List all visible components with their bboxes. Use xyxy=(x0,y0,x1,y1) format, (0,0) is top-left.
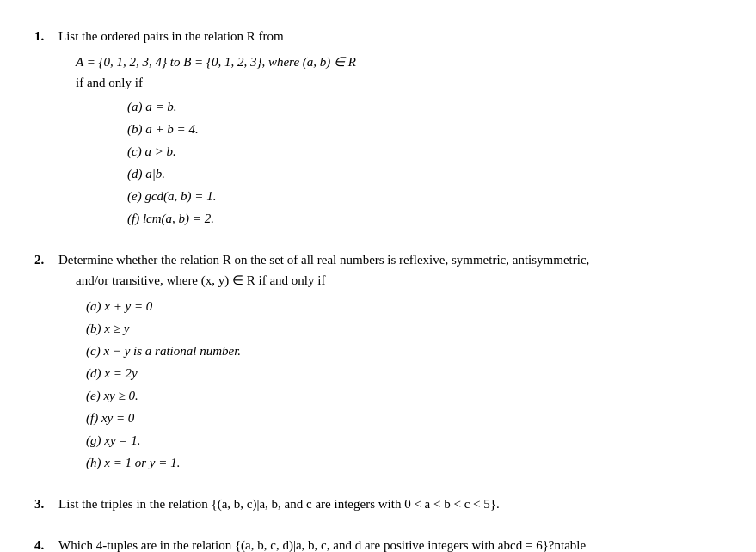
problem-3-number: 3. xyxy=(34,494,52,514)
problem-2-sub-a-math: (a) x + y = 0 xyxy=(86,299,152,313)
problem-2-text: Determine whether the relation R on the … xyxy=(58,249,722,291)
problem-1-sub-e: (e) gcd(a, b) = 1. xyxy=(127,186,722,206)
problem-2-sub-e: (e) xy ≥ 0. xyxy=(86,385,722,406)
problem-1-text: List the ordered pairs in the relation R… xyxy=(58,26,722,46)
problem-1-header: 1. List the ordered pairs in the relatio… xyxy=(34,26,722,46)
problem-2-line1: Determine whether the relation R on the … xyxy=(58,249,722,270)
problem-2-sub-b-math: (b) x ≥ y xyxy=(86,322,129,335)
problem-1-set-def: A = {0, 1, 2, 3, 4} to B = {0, 1, 2, 3},… xyxy=(76,52,722,72)
problem-3-text: List the triples in the relation {(a, b,… xyxy=(58,494,722,514)
problem-1-number: 1. xyxy=(34,26,52,46)
problem-2-sub-g-math: (g) xy = 1. xyxy=(86,433,140,447)
problem-2-number: 2. xyxy=(34,249,52,270)
problem-4-text: Which 4-tuples are in the relation {(a, … xyxy=(58,535,722,552)
problem-2-sub-f: (f) xy = 0 xyxy=(86,408,722,428)
problem-2-line2: and/or transitive, where (x, y) ∈ R if a… xyxy=(76,270,722,291)
problem-4: 4. Which 4-tuples are in the relation {(… xyxy=(34,535,722,552)
problem-1-line1: List the ordered pairs in the relation R… xyxy=(58,29,284,43)
problem-4-number: 4. xyxy=(34,535,52,552)
problem-1-sub-d: (d) a|b. xyxy=(127,163,722,184)
problem-1-sub-a: (a) a = b. xyxy=(127,96,722,117)
problem-1-sub-f: (f) lcm(a, b) = 2. xyxy=(127,208,722,229)
problem-1-line2: A = {0, 1, 2, 3, 4} to B = {0, 1, 2, 3},… xyxy=(76,55,356,69)
problem-2-sub-b: (b) x ≥ y xyxy=(86,318,722,339)
problem-2: 2. Determine whether the relation R on t… xyxy=(34,249,722,473)
problem-1-set-math: A = {0, 1, 2, 3, 4} to B = {0, 1, 2, 3},… xyxy=(76,55,356,69)
problem-1-indent: A = {0, 1, 2, 3, 4} to B = {0, 1, 2, 3},… xyxy=(76,52,722,229)
problem-3-statement: List the triples in the relation {(a, b,… xyxy=(58,497,500,511)
problem-1: 1. List the ordered pairs in the relatio… xyxy=(34,26,722,229)
problem-4-header: 4. Which 4-tuples are in the relation {(… xyxy=(34,535,722,552)
problem-1-sub-e-math: (e) gcd(a, b) = 1. xyxy=(127,189,216,203)
problem-1-sub-items: (a) a = b. (b) a + b = 4. (c) a > b. (d)… xyxy=(127,96,722,229)
problem-4-statement: Which 4-tuples are in the relation {(a, … xyxy=(58,538,586,552)
problem-2-sub-d: (d) x = 2y xyxy=(86,363,722,383)
problem-2-sub-h-math: (h) x = 1 or y = 1. xyxy=(86,456,180,469)
problem-2-sub-e-math: (e) xy ≥ 0. xyxy=(86,389,138,402)
problem-1-sub-b-math: (b) a + b = 4. xyxy=(127,122,199,136)
problem-1-sub-f-math: (f) lcm(a, b) = 2. xyxy=(127,212,214,225)
problem-2-sub-f-math: (f) xy = 0 xyxy=(86,411,134,425)
problem-2-sub-c: (c) x − y is a rational number. xyxy=(86,340,722,361)
problem-2-sub-d-math: (d) x = 2y xyxy=(86,366,138,380)
page: 1. List the ordered pairs in the relatio… xyxy=(34,26,722,552)
problem-2-sub-items: (a) x + y = 0 (b) x ≥ y (c) x − y is a r… xyxy=(86,296,722,473)
problem-2-sub-c-math: (c) x − y is a rational number. xyxy=(86,344,241,358)
problem-2-sub-h: (h) x = 1 or y = 1. xyxy=(86,452,722,473)
problem-2-header: 2. Determine whether the relation R on t… xyxy=(34,249,722,291)
problem-1-iff: if and only if xyxy=(76,72,722,93)
problem-1-sub-b: (b) a + b = 4. xyxy=(127,119,722,139)
problem-1-sub-d-math: (d) a|b. xyxy=(127,167,165,181)
problem-1-sub-c: (c) a > b. xyxy=(127,141,722,162)
problem-3-header: 3. List the triples in the relation {(a,… xyxy=(34,494,722,514)
problem-3: 3. List the triples in the relation {(a,… xyxy=(34,494,722,514)
problem-1-sub-a-math: (a) a = b. xyxy=(127,100,177,113)
problem-1-sub-c-math: (c) a > b. xyxy=(127,144,176,158)
problem-2-sub-a: (a) x + y = 0 xyxy=(86,296,722,316)
problem-2-sub-g: (g) xy = 1. xyxy=(86,430,722,451)
